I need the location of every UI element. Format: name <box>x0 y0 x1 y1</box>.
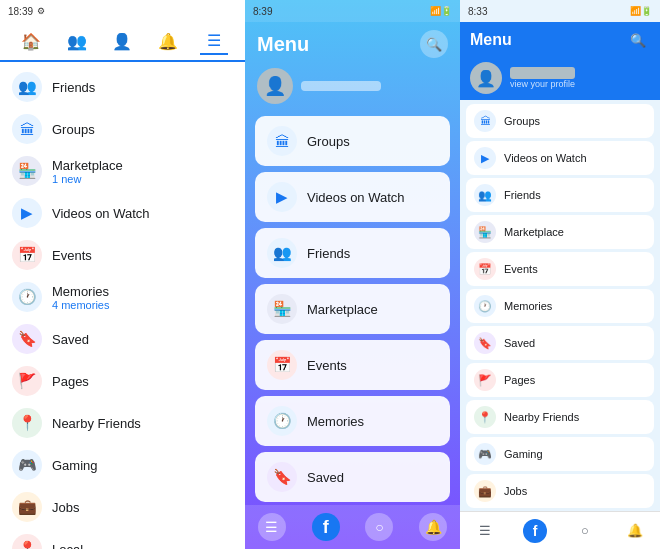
menu-item-friends[interactable]: 👥 Friends <box>255 228 450 278</box>
panel-left: 18:39 ⚙ 🏠 👥 👤 🔔 ☰ 👥 Friends 🏛 Groups 🏪 M <box>0 0 245 549</box>
avatar-middle: 👤 <box>257 68 293 104</box>
memories-sub: 4 memories <box>52 299 233 311</box>
menu-item-marketplace-right[interactable]: 🏪 Marketplace <box>466 215 654 249</box>
events-icon-right: 📅 <box>474 258 496 280</box>
jobs-label: Jobs <box>52 500 233 515</box>
sidebar-item-videos-on-watch[interactable]: ▶ Videos on Watch <box>0 192 245 234</box>
events-label: Events <box>52 248 233 263</box>
nav-profile-icon[interactable]: 👤 <box>108 27 136 55</box>
videos-label: Videos on Watch <box>52 206 233 221</box>
nav-home-icon[interactable]: 🏠 <box>17 27 45 55</box>
groups-icon: 🏛 <box>12 114 42 144</box>
sidebar-item-groups[interactable]: 🏛 Groups <box>0 108 245 150</box>
sidebar-item-gaming[interactable]: 🎮 Gaming <box>0 444 245 486</box>
menu-item-marketplace[interactable]: 🏪 Marketplace <box>255 284 450 334</box>
panel-middle: 8:39 📶🔋 Menu 🔍 👤 🏛 Groups ▶ Videos on Wa… <box>245 0 460 549</box>
profile-section-right[interactable]: 👤 ████ ████ view your profile <box>460 56 660 100</box>
sidebar-item-local[interactable]: 📍 Local <box>0 528 245 549</box>
menu-item-videos-right[interactable]: ▶ Videos on Watch <box>466 141 654 175</box>
friends-label-right: Friends <box>504 189 541 201</box>
marketplace-label-mid: Marketplace <box>307 302 378 317</box>
status-bar-right: 8:33 📶🔋 <box>460 0 660 22</box>
memories-icon-right: 🕐 <box>474 295 496 317</box>
videos-icon-mid: ▶ <box>267 182 297 212</box>
pages-label-right: Pages <box>504 374 535 386</box>
menu-item-videos-on-watch[interactable]: ▶ Videos on Watch <box>255 172 450 222</box>
search-button-middle[interactable]: 🔍 <box>420 30 448 58</box>
sidebar-item-memories[interactable]: 🕐 Memories 4 memories <box>0 276 245 318</box>
bottom-home-icon-right[interactable]: ○ <box>573 519 597 543</box>
menu-item-groups[interactable]: 🏛 Groups <box>255 116 450 166</box>
menu-item-friends-right[interactable]: 👥 Friends <box>466 178 654 212</box>
bottom-facebook-icon[interactable]: f <box>312 513 340 541</box>
panel-right: 8:33 📶🔋 Menu 🔍 👤 ████ ████ view your pro… <box>460 0 660 549</box>
events-label-right: Events <box>504 263 538 275</box>
menu-item-groups-right[interactable]: 🏛 Groups <box>466 104 654 138</box>
saved-icon-right: 🔖 <box>474 332 496 354</box>
local-icon: 📍 <box>12 534 42 549</box>
profile-info-right: ████ ████ view your profile <box>510 67 575 89</box>
profile-section-middle[interactable]: 👤 <box>245 62 460 112</box>
menu-item-nearby-right[interactable]: 📍 Nearby Friends <box>466 400 654 434</box>
nav-friends-icon[interactable]: 👥 <box>63 27 91 55</box>
marketplace-text: Marketplace 1 new <box>52 158 233 185</box>
videos-icon-right: ▶ <box>474 147 496 169</box>
bottom-menu-icon[interactable]: ☰ <box>258 513 286 541</box>
menu-item-memories[interactable]: 🕐 Memories <box>255 396 450 446</box>
menu-header-middle: Menu 🔍 <box>245 22 460 62</box>
status-icons-middle: 📶🔋 <box>430 6 452 16</box>
marketplace-icon-mid: 🏪 <box>267 294 297 324</box>
menu-item-saved[interactable]: 🔖 Saved <box>255 452 450 502</box>
memories-icon-mid: 🕐 <box>267 406 297 436</box>
menu-item-gaming-right[interactable]: 🎮 Gaming <box>466 437 654 471</box>
avatar-right: 👤 <box>470 62 502 94</box>
sidebar-item-nearby-friends[interactable]: 📍 Nearby Friends <box>0 402 245 444</box>
search-button-right[interactable]: 🔍 <box>626 28 650 52</box>
menu-item-memories-right[interactable]: 🕐 Memories <box>466 289 654 323</box>
gaming-label: Gaming <box>52 458 233 473</box>
status-icons-left: ⚙ <box>37 6 45 16</box>
saved-label-right: Saved <box>504 337 535 349</box>
menu-list-left: 👥 Friends 🏛 Groups 🏪 Marketplace 1 new ▶… <box>0 62 245 549</box>
memories-label: Memories <box>52 284 233 299</box>
marketplace-label-right: Marketplace <box>504 226 564 238</box>
sidebar-item-friends[interactable]: 👥 Friends <box>0 66 245 108</box>
groups-icon-mid: 🏛 <box>267 126 297 156</box>
marketplace-sub: 1 new <box>52 173 233 185</box>
nav-bell-icon[interactable]: 🔔 <box>154 27 182 55</box>
menu-item-events[interactable]: 📅 Events <box>255 340 450 390</box>
sidebar-item-events[interactable]: 📅 Events <box>0 234 245 276</box>
menu-item-saved-right[interactable]: 🔖 Saved <box>466 326 654 360</box>
saved-label: Saved <box>52 332 233 347</box>
nav-bar-left: 🏠 👥 👤 🔔 ☰ <box>0 22 245 62</box>
marketplace-label: Marketplace <box>52 158 233 173</box>
menu-header-right: Menu 🔍 <box>460 22 660 56</box>
jobs-icon: 💼 <box>12 492 42 522</box>
status-time-right: 8:33 <box>468 6 487 17</box>
menu-item-jobs-right[interactable]: 💼 Jobs <box>466 474 654 508</box>
sidebar-item-marketplace[interactable]: 🏪 Marketplace 1 new <box>0 150 245 192</box>
saved-label-mid: Saved <box>307 470 344 485</box>
pages-label: Pages <box>52 374 233 389</box>
sidebar-item-pages[interactable]: 🚩 Pages <box>0 360 245 402</box>
sidebar-item-jobs[interactable]: 💼 Jobs <box>0 486 245 528</box>
gaming-icon: 🎮 <box>12 450 42 480</box>
events-text: Events <box>52 248 233 263</box>
bottom-bell-icon[interactable]: 🔔 <box>419 513 447 541</box>
view-profile-link[interactable]: view your profile <box>510 79 575 89</box>
status-icons-right: 📶🔋 <box>630 6 652 16</box>
status-bar-left: 18:39 ⚙ <box>0 0 245 22</box>
saved-icon-mid: 🔖 <box>267 462 297 492</box>
bottom-facebook-icon-right[interactable]: f <box>523 519 547 543</box>
menu-item-pages-right[interactable]: 🚩 Pages <box>466 363 654 397</box>
menu-item-events-right[interactable]: 📅 Events <box>466 252 654 286</box>
videos-icon: ▶ <box>12 198 42 228</box>
name-blurred-middle <box>301 81 381 91</box>
friends-text: Friends <box>52 80 233 95</box>
bottom-bell-icon-right[interactable]: 🔔 <box>623 519 647 543</box>
sidebar-item-saved[interactable]: 🔖 Saved <box>0 318 245 360</box>
bottom-menu-icon-right[interactable]: ☰ <box>473 519 497 543</box>
events-icon-mid: 📅 <box>267 350 297 380</box>
bottom-home-icon[interactable]: ○ <box>365 513 393 541</box>
nav-menu-icon[interactable]: ☰ <box>200 27 228 55</box>
